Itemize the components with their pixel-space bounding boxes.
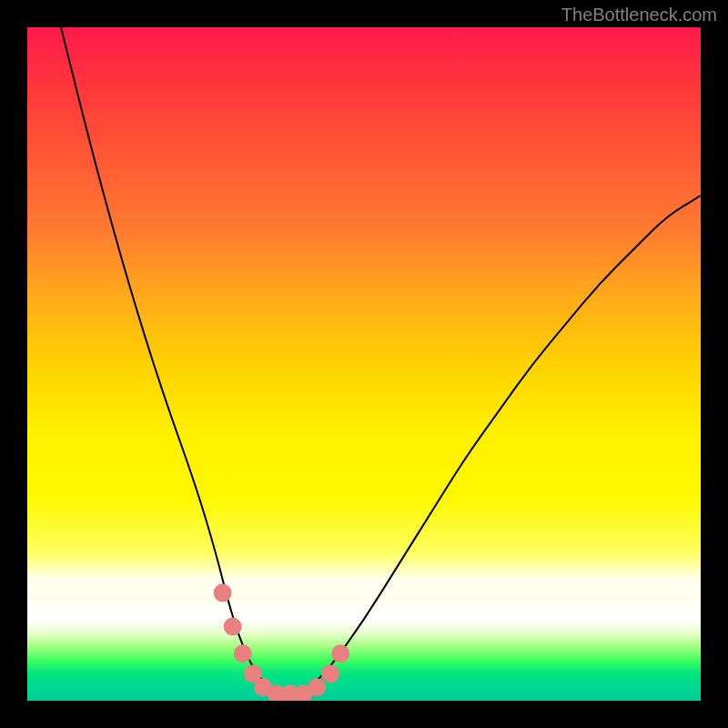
marker-dot: [331, 644, 349, 662]
marker-dot: [214, 584, 232, 602]
curve-line: [61, 27, 701, 694]
watermark-text: TheBottleneck.com: [561, 5, 717, 25]
bottleneck-curve-chart: [27, 27, 701, 701]
marker-dot: [234, 644, 252, 662]
marker-dot: [321, 664, 339, 682]
highlight-markers: [214, 584, 350, 701]
marker-dot: [224, 618, 242, 636]
marker-dot: [308, 678, 326, 696]
